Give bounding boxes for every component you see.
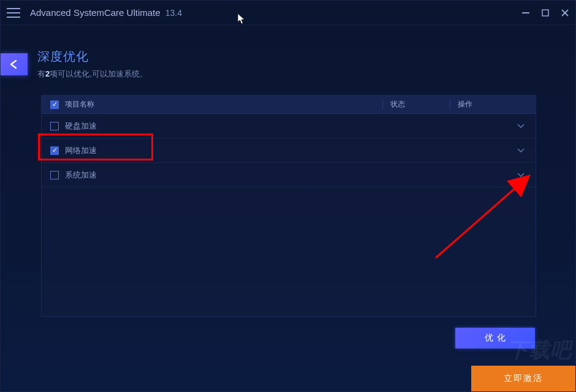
app-title: Advanced SystemCare Ultimate 13.4	[30, 7, 182, 18]
table-row[interactable]: 硬盘加速	[42, 114, 536, 138]
close-button[interactable]	[561, 9, 569, 17]
row-label: 硬盘加速	[65, 121, 536, 132]
minimize-button[interactable]	[521, 9, 530, 17]
optimize-button[interactable]: 优化	[455, 328, 535, 349]
table-header: 项目名称 状态 操作	[42, 96, 536, 114]
page-header: 深度优化 有2项可以优化,可以加速系统。	[37, 48, 148, 80]
column-name-header: 项目名称	[65, 99, 382, 110]
expand-icon[interactable]	[517, 173, 525, 178]
row-checkbox[interactable]	[50, 122, 59, 130]
expand-icon[interactable]	[517, 148, 525, 153]
row-label: 网络加速	[65, 145, 536, 156]
optimize-panel: 项目名称 状态 操作 硬盘加速 网络加速 系统加速	[41, 95, 536, 317]
app-version: 13.4	[165, 8, 182, 18]
app-window: Advanced SystemCare Ultimate 13.4 深度优化 有…	[0, 0, 576, 392]
expand-icon[interactable]	[517, 124, 525, 129]
svg-rect-1	[542, 10, 548, 16]
row-checkbox[interactable]	[50, 146, 59, 155]
titlebar: Advanced SystemCare Ultimate 13.4	[1, 1, 575, 25]
app-name: Advanced SystemCare Ultimate	[30, 7, 161, 18]
row-checkbox[interactable]	[50, 171, 59, 179]
row-label: 系统加速	[65, 170, 536, 181]
activate-button[interactable]: 立即激活	[471, 366, 575, 391]
select-all-checkbox[interactable]	[50, 100, 59, 109]
table-row[interactable]: 网络加速	[42, 138, 536, 163]
menu-icon[interactable]	[7, 8, 20, 18]
maximize-button[interactable]	[541, 9, 550, 17]
column-action-header: 操作	[450, 99, 536, 110]
back-button[interactable]	[1, 53, 28, 75]
page-title: 深度优化	[37, 48, 148, 65]
window-controls	[521, 9, 569, 17]
column-status-header: 状态	[382, 99, 450, 110]
page-subtitle: 有2项可以优化,可以加速系统。	[37, 69, 148, 80]
table-row[interactable]: 系统加速	[42, 163, 536, 187]
